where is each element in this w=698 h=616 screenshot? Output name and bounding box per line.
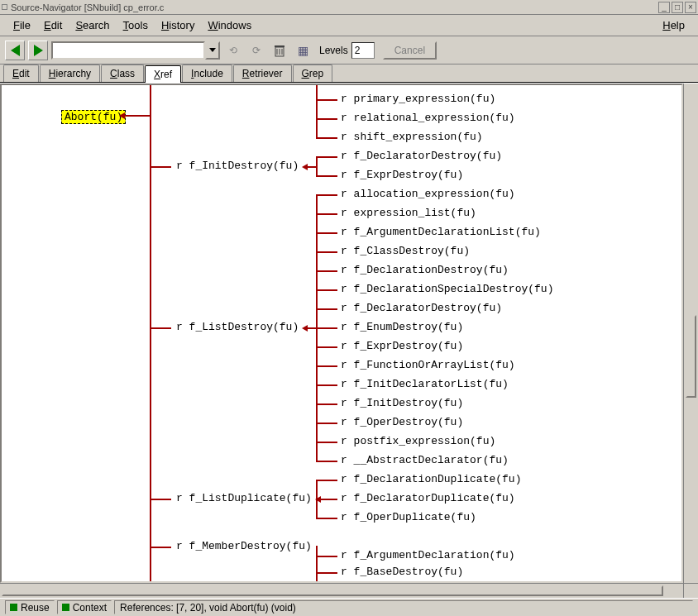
xref-leaf-node[interactable]: r shift_expression(fu)	[341, 131, 483, 142]
menu-item[interactable]: Tools	[117, 17, 155, 33]
status-indicator-icon	[10, 604, 17, 611]
connector-line	[316, 423, 337, 424]
xref-leaf-node[interactable]: r f_DeclarationDestroy(fu)	[341, 265, 509, 275]
window-title: Source-Navigator [SNbuild] cp_error.c	[11, 2, 164, 12]
xref-leaf-node[interactable]: r relational_expression(fu)	[341, 112, 515, 123]
xref-leaf-node[interactable]: r f_DeclarationSpecialDestroy(fu)	[341, 284, 553, 294]
xref-leaf-node[interactable]: r f_FunctionOrArrayList(fu)	[341, 360, 515, 370]
delete-button[interactable]	[270, 41, 289, 60]
connector-line	[316, 499, 337, 500]
xref-leaf-node[interactable]: r f_DeclarationDuplicate(fu)	[341, 474, 521, 485]
xref-leaf-node[interactable]: r f_OperDuplicate(fu)	[341, 512, 476, 523]
chevron-down-icon	[209, 48, 216, 52]
connector-line	[150, 327, 171, 329]
menu-item[interactable]: Edit	[37, 17, 69, 33]
connector-line	[316, 404, 337, 405]
xref-leaf-node[interactable]: r primary_expression(fu)	[341, 93, 495, 104]
connector-line	[316, 289, 337, 291]
horizontal-scrollbar[interactable]	[0, 584, 683, 598]
connector-line	[308, 327, 316, 329]
xref-mid-node[interactable]: r f_ListDestroy(fu)	[176, 322, 299, 332]
subtab[interactable]: Class	[101, 64, 144, 82]
subtab[interactable]: Grep	[293, 64, 333, 82]
connector-line	[316, 384, 337, 386]
xref-leaf-node[interactable]: r f_EnumDestroy(fu)	[341, 322, 463, 332]
xref-mid-node[interactable]: r f_InitDestroy(fu)	[176, 160, 299, 171]
minimize-button[interactable]: _	[658, 2, 670, 13]
menu-item[interactable]: Windows	[201, 17, 258, 33]
close-button[interactable]: ×	[685, 2, 696, 13]
tool-button-2[interactable]: ⟳	[246, 41, 266, 60]
xref-leaf-node[interactable]: r f_DeclaratorDestroy(fu)	[341, 150, 502, 161]
xref-leaf-node[interactable]: r f_ArgumentDeclaration(fu)	[341, 550, 515, 561]
nav-back-button[interactable]	[5, 41, 25, 60]
maximize-button[interactable]: □	[672, 2, 683, 13]
status-indicator-icon	[62, 604, 69, 611]
status-context[interactable]: Context	[57, 600, 112, 614]
xref-leaf-node[interactable]: r f_DeclaratorDestroy(fu)	[341, 303, 502, 313]
connector-line	[316, 556, 337, 557]
menu-help[interactable]: Help	[656, 17, 691, 33]
scrollbar-thumb[interactable]	[686, 315, 696, 398]
xref-root-node[interactable]: Abort(fu)	[61, 110, 126, 124]
trash-icon	[274, 44, 285, 57]
xref-mid-node[interactable]: r f_ListDuplicate(fu)	[176, 493, 312, 504]
vertical-scrollbar[interactable]	[683, 84, 698, 583]
connector-line	[150, 499, 171, 500]
arrow-icon	[302, 325, 308, 332]
nav-forward-button[interactable]	[28, 41, 48, 60]
xref-leaf-node[interactable]: r f_ExprDestroy(fu)	[341, 170, 463, 180]
subtab[interactable]: Edit	[3, 64, 39, 82]
subtabs: EditHierarchyClassXrefIncludeRetrieverGr…	[0, 64, 698, 83]
xref-leaf-node[interactable]: r __AbstractDeclarator(fu)	[341, 455, 509, 466]
symbol-combo-dropdown[interactable]	[205, 41, 220, 60]
connector-line	[316, 546, 318, 583]
connector-line	[316, 461, 337, 462]
menu-item[interactable]: Search	[69, 17, 116, 33]
cancel-button[interactable]: Cancel	[383, 41, 437, 60]
xref-leaf-node[interactable]: r f_OperDestroy(fu)	[341, 417, 463, 427]
connector-line	[316, 480, 337, 481]
toolbar: ⟲ ⟳ ▦ Levels Cancel	[0, 36, 698, 64]
subtab[interactable]: Xref	[145, 65, 181, 83]
symbol-combo-input[interactable]	[51, 41, 205, 60]
xref-leaf-node[interactable]: r expression_list(fu)	[341, 208, 476, 218]
connector-line	[150, 85, 151, 581]
tool-button-1[interactable]: ⟲	[223, 41, 243, 60]
scrollbar-thumb[interactable]	[2, 585, 663, 596]
subtab[interactable]: Retriever	[233, 64, 292, 82]
xref-leaf-node[interactable]: r f_BaseDestroy(fu)	[341, 566, 463, 577]
connector-line	[316, 346, 337, 348]
xref-leaf-node[interactable]: r postfix_expression(fu)	[341, 436, 495, 446]
xref-leaf-node[interactable]: r f_InitDestroy(fu)	[341, 398, 463, 408]
xref-leaf-node[interactable]: r f_InitDeclaratorList(fu)	[341, 379, 509, 389]
xref-mid-node[interactable]: r f_MemberDestroy(fu)	[176, 541, 312, 552]
app-icon	[2, 4, 7, 10]
xref-leaf-node[interactable]: r f_DeclaratorDuplicate(fu)	[341, 493, 515, 504]
connector-line	[316, 251, 337, 253]
menu-item[interactable]: History	[155, 17, 201, 33]
subtab[interactable]: Include	[182, 64, 232, 82]
tool-icon: ⟳	[252, 45, 261, 56]
tool-button-3[interactable]: ▦	[293, 41, 313, 60]
xref-leaf-node[interactable]: r f_ArgumentDeclarationList(fu)	[341, 227, 541, 237]
svg-rect-4	[275, 45, 284, 47]
menubar: FileEditSearchToolsHistoryWindows Help	[0, 15, 698, 36]
status-reuse[interactable]: Reuse	[5, 600, 55, 614]
levels-input[interactable]	[351, 42, 375, 59]
connector-line	[316, 85, 318, 139]
connector-line	[316, 99, 337, 101]
connector-line	[316, 518, 337, 519]
connector-line	[316, 442, 337, 443]
menu-item[interactable]: File	[7, 17, 37, 33]
levels-label: Levels	[319, 45, 348, 56]
subtab[interactable]: Hierarchy	[40, 64, 100, 82]
tool-icon: ⟲	[229, 45, 237, 56]
connector-line	[150, 547, 171, 548]
xref-leaf-node[interactable]: r f_ExprDestroy(fu)	[341, 341, 463, 351]
xref-leaf-node[interactable]: r allocation_expression(fu)	[341, 189, 515, 199]
xref-leaf-node[interactable]: r f_ClassDestroy(fu)	[341, 246, 470, 256]
connector-line	[316, 308, 337, 310]
connector-line	[316, 572, 337, 574]
statusbar: Reuse Context References: [7, 20], void …	[0, 598, 698, 616]
